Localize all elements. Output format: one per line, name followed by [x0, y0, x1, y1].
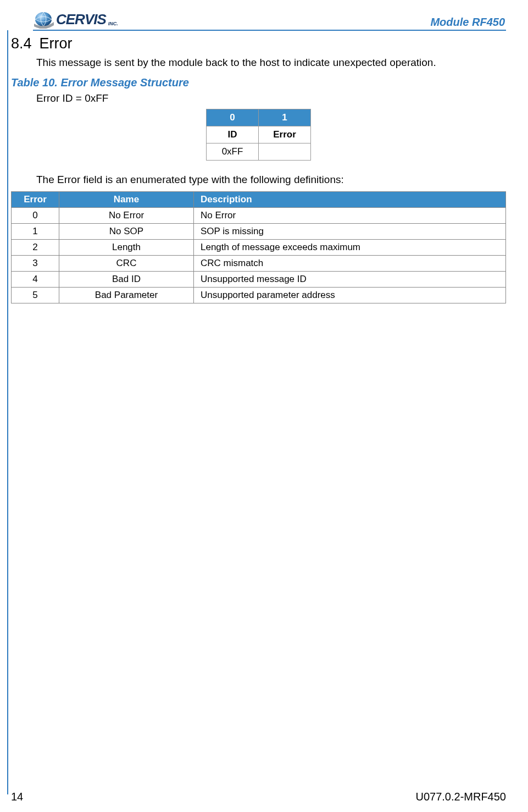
svg-point-0	[35, 12, 52, 26]
cell-error: 0	[12, 208, 59, 224]
cell-name: No SOP	[59, 224, 194, 240]
page-header: CERVIS INC. Module RF450	[33, 5, 506, 29]
cell-description: SOP is missing	[194, 224, 506, 240]
section-intro: This message is sent by the module back …	[36, 57, 506, 69]
cell-error: 5	[12, 288, 59, 303]
struct-label-error: Error	[259, 126, 311, 143]
enum-intro: The Error field is an enumerated type wi…	[36, 174, 506, 186]
cell-error: 4	[12, 272, 59, 288]
struct-col-0: 0	[207, 109, 259, 126]
col-name: Name	[59, 192, 194, 208]
struct-col-1: 1	[259, 109, 311, 126]
brand-logo: CERVIS INC.	[33, 10, 118, 29]
cell-error: 2	[12, 240, 59, 256]
page-number: 14	[11, 791, 23, 803]
cell-description: CRC mismatch	[194, 256, 506, 272]
col-description: Description	[194, 192, 506, 208]
table-row: 5Bad ParameterUnsupported parameter addr…	[12, 288, 506, 303]
cell-description: Unsupported parameter address	[194, 288, 506, 303]
cell-name: CRC	[59, 256, 194, 272]
cell-description: Length of message exceeds maximum	[194, 240, 506, 256]
vertical-rule	[7, 30, 8, 794]
table-row: 1No SOPSOP is missing	[12, 224, 506, 240]
error-definitions-table: Error Name Description 0No ErrorNo Error…	[11, 191, 506, 303]
table-row: 4Bad IDUnsupported message ID	[12, 272, 506, 288]
brand-suffix: INC.	[108, 21, 118, 26]
section-title: Error	[40, 35, 73, 52]
error-id-line: Error ID = 0xFF	[36, 92, 506, 104]
table-caption: Table 10. Error Message Structure	[11, 76, 506, 89]
header-rule	[33, 30, 506, 31]
table-row: 2LengthLength of message exceeds maximum	[12, 240, 506, 256]
table-row: 0No ErrorNo Error	[12, 208, 506, 224]
struct-value-error	[259, 143, 311, 161]
cell-name: Bad Parameter	[59, 288, 194, 303]
page-content: 8.4Error This message is sent by the mod…	[11, 35, 506, 303]
error-structure-table: 0 1 ID Error 0xFF	[206, 109, 311, 161]
cell-error: 3	[12, 256, 59, 272]
struct-label-id: ID	[207, 126, 259, 143]
brand-name: CERVIS	[56, 11, 106, 28]
col-error: Error	[12, 192, 59, 208]
table-row: 3CRCCRC mismatch	[12, 256, 506, 272]
page-footer: 14 U077.0.2-MRF450	[11, 791, 506, 803]
section-number: 8.4	[11, 35, 32, 52]
section-heading: 8.4Error	[11, 35, 506, 52]
document-title: Module RF450	[430, 16, 506, 29]
cell-description: No Error	[194, 208, 506, 224]
document-code: U077.0.2-MRF450	[415, 791, 506, 803]
struct-value-id: 0xFF	[207, 143, 259, 161]
cell-name: Length	[59, 240, 194, 256]
cell-description: Unsupported message ID	[194, 272, 506, 288]
cell-name: Bad ID	[59, 272, 194, 288]
globe-icon	[33, 10, 55, 29]
cell-name: No Error	[59, 208, 194, 224]
cell-error: 1	[12, 224, 59, 240]
